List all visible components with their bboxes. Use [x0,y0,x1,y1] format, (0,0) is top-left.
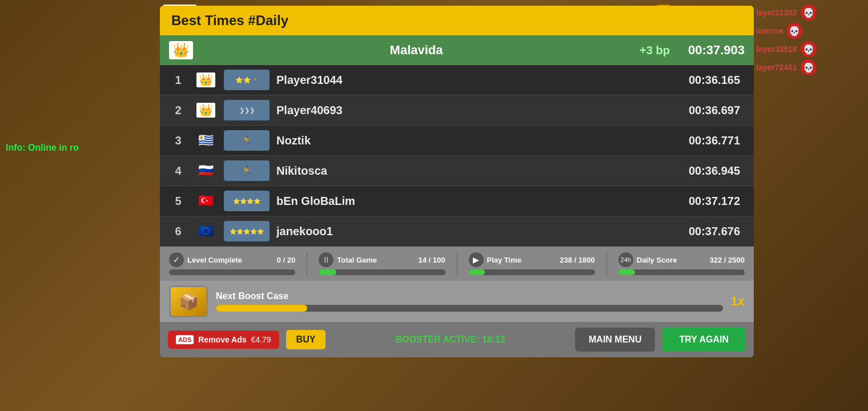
player1-name: layer21302 [756,8,797,17]
daily-score-label: Daily Score [637,256,677,264]
badge-3: 🏃 [224,130,270,151]
table-row: 2 👑 ❯❯❯ Player40693 00:36.697 [160,95,754,126]
flag-2: 👑 [194,102,217,119]
rank-3: 3 [169,134,187,147]
play-time-label: Play Time [487,256,521,264]
total-game-progress-bg [319,269,445,275]
play-time-progress-bg [469,269,595,275]
leaderboard-list: 1 👑 ⭐⭐ 🏃 Player31044 00:36.165 2 👑 ❯❯❯ P… [160,65,754,247]
level-complete-icon: ✓ [169,252,184,267]
table-row: 5 🇹🇷 ⭐⭐⭐⭐ bEn GloBaLim 00:37.172 [160,186,754,216]
rank-5: 5 [169,195,187,208]
play-time-value: 238 / 1800 [560,256,594,264]
badge-6: ⭐⭐⭐⭐⭐ [224,221,270,241]
flag-1: 👑 [194,71,217,88]
boost-chest-icon: 📦 [169,285,208,317]
total-game-value: 14 / 100 [419,256,445,264]
sidebar-player-3: layer33518 💀 [756,41,866,57]
boost-progress-bg [216,305,723,312]
bottom-bar: ADS Remove Ads €4.79 BUY BOOSTER ACTIVE:… [160,322,754,357]
total-game-label: Total Game [337,256,377,264]
stats-bar: ✓ Level Complete 0 / 20 ⁞⁞ Total Game 14… [160,247,754,281]
badge-2: ❯❯❯ [224,100,270,120]
rank-4: 4 [169,164,187,178]
right-sidebar: layer21302 💀 олегон 💀 layer33518 💀 layer… [754,0,868,411]
boost-info: Next Boost Case [216,291,723,312]
ads-price: €4.79 [251,335,271,344]
ads-tag: ADS [176,335,194,344]
time-4: 00:36.945 [689,164,740,178]
time-2: 00:36.697 [689,104,740,117]
player4-name: layer72451 [756,63,797,72]
username-5: bEn GloBaLim [276,195,682,208]
modal-title-bar: Best Times #Daily [160,6,754,35]
boost-case-label: Next Boost Case [216,291,723,301]
table-row: 6 🇪🇺 ⭐⭐⭐⭐⭐ janekooo1 00:37.676 [160,216,754,247]
remove-ads-button[interactable]: ADS Remove Ads €4.79 [168,331,279,349]
table-row: 1 👑 ⭐⭐ 🏃 Player31044 00:36.165 [160,65,754,95]
info-text: Info: Online in ro [6,143,79,153]
rank-2: 2 [169,104,187,117]
skull-icon-2: 💀 [786,23,802,39]
current-user-time: 00:37.903 [688,43,745,58]
stat-level-complete: ✓ Level Complete 0 / 20 [169,252,295,275]
flag-3: 🇺🇾 [194,132,217,149]
player2-name: олегон [756,26,783,35]
time-1: 00:36.165 [689,74,740,87]
total-game-icon: ⁞⁞ [319,252,333,267]
sidebar-player-2: олегон 💀 [756,23,866,39]
daily-score-icon: 24h [618,252,633,267]
current-user-crown-badge: 👑 [169,41,193,59]
daily-score-value: 322 / 2500 [710,256,745,264]
badge-5: ⭐⭐⭐⭐ [224,191,270,211]
current-user-bp: +3 bp [640,44,670,57]
daily-score-progress-bg [618,269,745,275]
flag-4: 🇷🇺 [194,162,217,179]
flag-5: 🇹🇷 [194,192,217,209]
sidebar-player-1: layer21302 💀 [756,5,866,21]
username-6: janekooo1 [276,225,682,238]
table-row: 4 🇷🇺 🏃 Nikitosca 00:36.945 [160,156,754,186]
booster-active-text: BOOSTER ACTIVE: 18:12 [332,335,568,345]
time-6: 00:37.676 [689,225,740,238]
buy-button[interactable]: BUY [286,330,326,349]
play-time-progress-fill [469,269,485,275]
username-2: Player40693 [276,104,682,117]
boost-progress-fill [216,305,307,312]
username-4: Nikitosca [276,164,682,178]
total-game-progress-fill [319,269,336,275]
main-menu-button[interactable]: MAIN MENU [575,328,655,352]
boost-multiplier: 1x [731,294,745,309]
username-1: Player31044 [276,74,682,87]
badge-1: ⭐⭐ 🏃 [224,70,270,90]
leaderboard-modal: Best Times #Daily 👑 Malavida +3 bp 00:37… [160,6,754,357]
crown-icon-user: 👑 [172,42,190,58]
player3-name: layer33518 [756,45,797,54]
flag-6: 🇪🇺 [194,223,217,240]
rank-6: 6 [169,225,187,238]
try-again-button[interactable]: TRY AGAIN [662,328,746,352]
current-user-row: 👑 Malavida +3 bp 00:37.903 [160,35,754,65]
skull-icon-4: 💀 [801,59,817,75]
stat-play-time: ▶ Play Time 238 / 1800 [469,252,595,275]
remove-ads-label: Remove Ads [198,335,246,344]
badge-4: 🏃 [224,160,270,181]
table-row: 3 🇺🇾 🏃 Noztik 00:36.771 [160,126,754,156]
time-5: 00:37.172 [689,195,740,208]
stat-daily-score: 24h Daily Score 322 / 2500 [618,252,745,275]
skull-icon-3: 💀 [801,41,817,57]
level-complete-progress-bg [169,269,295,275]
skull-icon-1: 💀 [801,5,817,21]
play-time-icon: ▶ [469,252,484,267]
boost-case-row: 📦 Next Boost Case 1x [160,281,754,322]
stat-total-game: ⁞⁞ Total Game 14 / 100 [319,252,445,275]
current-username: Malavida [200,43,633,58]
time-3: 00:36.771 [689,134,740,147]
modal-title: Best Times #Daily [171,13,288,28]
rank-1: 1 [169,74,187,87]
level-complete-value: 0 / 20 [277,256,296,264]
username-3: Noztik [276,134,682,147]
level-complete-label: Level Complete [187,256,242,264]
daily-score-progress-fill [618,269,635,275]
sidebar-player-4: layer72451 💀 [756,59,866,75]
